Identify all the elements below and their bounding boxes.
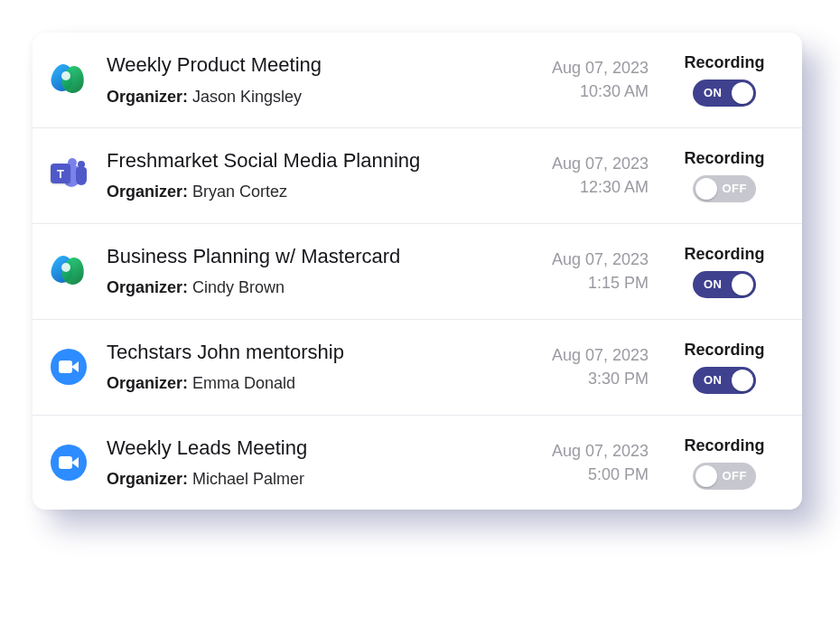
toggle-off-text: OFF <box>723 182 748 195</box>
recording-toggle[interactable]: OFF <box>693 463 756 490</box>
meeting-date: Aug 07, 2023 <box>513 343 649 367</box>
meeting-row[interactable]: Weekly Leads Meeting Organizer: Michael … <box>33 416 802 510</box>
organizer-name: Jason Kingsley <box>192 88 302 106</box>
toggle-on-text: ON <box>704 86 723 99</box>
zoom-icon <box>49 347 89 387</box>
meeting-time: 5:00 PM <box>513 463 649 486</box>
meeting-row[interactable]: Business Planning w/ Mastercard Organize… <box>33 224 802 320</box>
toggle-knob <box>732 370 753 391</box>
meeting-title: Techstars John mentorship <box>107 340 513 365</box>
meeting-date: Aug 07, 2023 <box>513 152 649 175</box>
recording-label: Recording <box>684 53 764 72</box>
meeting-title: Weekly Leads Meeting <box>107 435 513 461</box>
organizer-name: Emma Donald <box>192 374 295 392</box>
meeting-info: Freshmarket Social Media Planning Organi… <box>107 148 513 203</box>
organizer-label: Organizer: <box>107 374 188 392</box>
meeting-datetime: Aug 07, 2023 12:30 AM <box>513 152 649 199</box>
recording-label: Recording <box>684 436 764 455</box>
organizer-name: Cindy Brown <box>192 278 285 296</box>
meeting-time: 10:30 AM <box>513 80 649 103</box>
webex-icon <box>49 251 89 291</box>
recording-toggle[interactable]: ON <box>693 271 756 298</box>
recording-label: Recording <box>684 341 764 360</box>
meeting-time: 1:15 PM <box>513 271 649 295</box>
meeting-time: 12:30 AM <box>513 175 649 199</box>
meeting-datetime: Aug 07, 2023 1:15 PM <box>513 248 649 295</box>
toggle-knob <box>695 178 717 200</box>
recording-toggle[interactable]: ON <box>693 80 756 107</box>
recording-label: Recording <box>684 149 764 168</box>
toggle-knob <box>695 465 717 487</box>
meetings-card: Weekly Product Meeting Organizer: Jason … <box>33 33 802 510</box>
meeting-datetime: Aug 07, 2023 10:30 AM <box>513 56 649 103</box>
meeting-info: Weekly Product Meeting Organizer: Jason … <box>107 52 513 108</box>
toggle-knob <box>732 82 753 104</box>
meeting-info: Techstars John mentorship Organizer: Emm… <box>107 340 513 395</box>
webex-icon <box>49 60 89 99</box>
recording-column: Recording OFF <box>670 149 779 202</box>
toggle-off-text: OFF <box>723 469 748 482</box>
meeting-info: Business Planning w/ Mastercard Organize… <box>107 244 513 299</box>
meeting-row[interactable]: Weekly Product Meeting Organizer: Jason … <box>33 33 802 128</box>
organizer-name: Michael Palmer <box>192 470 304 488</box>
meeting-title: Weekly Product Meeting <box>107 52 513 78</box>
organizer-label: Organizer: <box>107 470 188 488</box>
organizer-label: Organizer: <box>107 278 188 296</box>
recording-label: Recording <box>684 245 764 264</box>
recording-column: Recording OFF <box>670 436 779 490</box>
organizer-line: Organizer: Bryan Cortez <box>107 182 513 202</box>
recording-column: Recording ON <box>670 341 779 394</box>
toggle-knob <box>732 274 753 295</box>
meeting-time: 3:30 PM <box>513 367 649 390</box>
meeting-date: Aug 07, 2023 <box>513 56 649 80</box>
recording-toggle[interactable]: OFF <box>693 175 756 202</box>
organizer-line: Organizer: Cindy Brown <box>107 277 513 298</box>
organizer-line: Organizer: Emma Donald <box>107 373 513 394</box>
meeting-row[interactable]: Techstars John mentorship Organizer: Emm… <box>33 320 802 416</box>
organizer-line: Organizer: Michael Palmer <box>107 469 513 490</box>
meeting-datetime: Aug 07, 2023 3:30 PM <box>513 343 649 390</box>
recording-column: Recording ON <box>670 53 779 107</box>
meeting-row[interactable]: T Freshmarket Social Media Planning Orga… <box>33 128 802 224</box>
recording-column: Recording ON <box>670 245 779 298</box>
meeting-info: Weekly Leads Meeting Organizer: Michael … <box>107 435 513 491</box>
recording-toggle[interactable]: ON <box>693 367 756 394</box>
toggle-on-text: ON <box>704 373 723 387</box>
organizer-name: Bryan Cortez <box>192 183 287 201</box>
toggle-on-text: ON <box>704 277 723 291</box>
meeting-date: Aug 07, 2023 <box>513 439 649 463</box>
meeting-title: Business Planning w/ Mastercard <box>107 244 513 269</box>
meeting-title: Freshmarket Social Media Planning <box>107 148 513 173</box>
organizer-line: Organizer: Jason Kingsley <box>107 87 513 108</box>
organizer-label: Organizer: <box>107 183 188 201</box>
meeting-date: Aug 07, 2023 <box>513 248 649 271</box>
teams-icon: T <box>49 155 89 195</box>
organizer-label: Organizer: <box>107 88 188 106</box>
zoom-icon <box>49 443 89 482</box>
meeting-datetime: Aug 07, 2023 5:00 PM <box>513 439 649 486</box>
